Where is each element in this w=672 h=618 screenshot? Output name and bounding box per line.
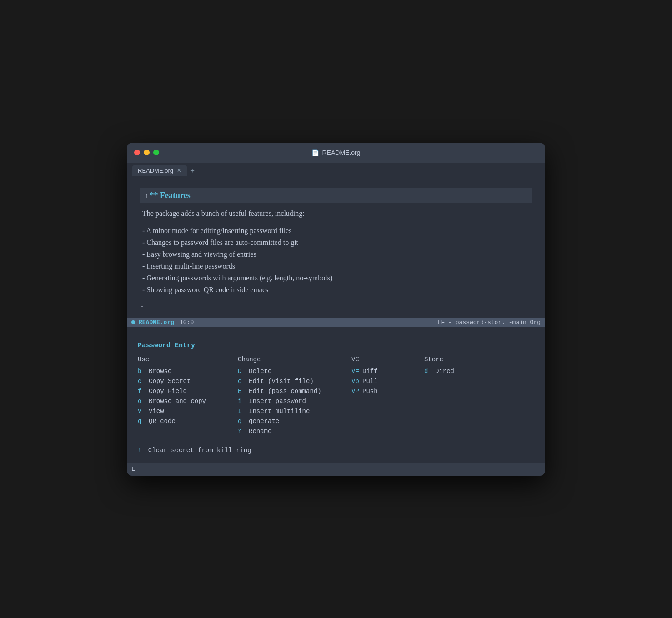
bottom-bar: L xyxy=(127,463,545,476)
help-key: D xyxy=(238,368,246,375)
help-row-e: e Edit (visit file) xyxy=(238,378,351,385)
help-action: Copy Secret xyxy=(149,378,191,385)
help-action: Edit (pass command) xyxy=(249,388,321,395)
help-footer-action: Clear secret from kill ring xyxy=(148,447,251,454)
help-key: g xyxy=(238,418,246,425)
help-action: Rename xyxy=(249,428,271,435)
bottom-cursor-indicator: L xyxy=(131,466,135,473)
section-title: ** Features xyxy=(150,191,191,200)
help-row-f: f Copy Field xyxy=(138,388,238,395)
section-header-bar: ↑ ** Features xyxy=(140,188,532,203)
titlebar: 📄 README.org xyxy=(127,143,545,163)
help-row-Vdiff: V= Diff xyxy=(351,368,424,375)
close-button[interactable] xyxy=(134,150,140,155)
help-action: Browse and copy xyxy=(149,398,206,405)
help-area: ┌ Password Entry Use b Browse c Copy Sec… xyxy=(127,327,545,463)
maximize-button[interactable] xyxy=(153,150,159,155)
help-action: Edit (visit file) xyxy=(249,378,314,385)
traffic-lights xyxy=(134,150,159,155)
help-footer-row: ! Clear secret from kill ring xyxy=(138,447,536,454)
help-footer-key: ! xyxy=(138,447,141,454)
status-position: 10:0 xyxy=(180,319,194,326)
help-title: Password Entry xyxy=(136,342,536,349)
help-footer: ! Clear secret from kill ring xyxy=(136,447,536,454)
help-use-column: Use b Browse c Copy Secret f Copy Field … xyxy=(138,356,238,438)
tab-bar: README.org ✕ ＋ xyxy=(127,163,545,179)
help-vc-header: VC xyxy=(351,356,424,363)
list-item: - A minor mode for editing/inserting pas… xyxy=(142,227,532,235)
app-window: 📄 README.org README.org ✕ ＋ ↑ ** Feature… xyxy=(127,143,545,476)
help-key: i xyxy=(238,398,246,405)
help-row-D: D Delete xyxy=(238,368,351,375)
help-cursor-indicator: ┌ xyxy=(136,334,536,341)
help-row-VPpush: VP Push xyxy=(351,388,424,395)
help-key: I xyxy=(238,408,246,415)
section-description: The package adds a bunch of useful featu… xyxy=(140,209,532,218)
help-key: Vp xyxy=(351,378,360,385)
help-vc-column: VC V= Diff Vp Pull VP Push xyxy=(351,356,424,438)
help-key: V= xyxy=(351,368,360,375)
help-key: o xyxy=(138,398,146,405)
help-row-o: o Browse and copy xyxy=(138,398,238,405)
help-row-Vpull: Vp Pull xyxy=(351,378,424,385)
help-change-header: Change xyxy=(238,356,351,363)
help-key: E xyxy=(238,388,246,395)
help-key: d xyxy=(424,368,432,375)
help-key: q xyxy=(138,418,146,425)
help-action: generate xyxy=(249,418,279,425)
help-row-g: g generate xyxy=(238,418,351,425)
tab-readme[interactable]: README.org ✕ xyxy=(132,165,187,176)
help-row-v: v View xyxy=(138,408,238,415)
help-row-r: r Rename xyxy=(238,428,351,435)
minimize-button[interactable] xyxy=(144,150,150,155)
tab-add-button[interactable]: ＋ xyxy=(189,166,196,175)
help-row-I: I Insert multiline xyxy=(238,408,351,415)
help-action: Browse xyxy=(149,368,171,375)
cursor-down-arrow: ↓ xyxy=(140,301,532,309)
help-key: b xyxy=(138,368,146,375)
editor-content: ↑ ** Features The package adds a bunch o… xyxy=(127,179,545,318)
window-title: 📄 README.org xyxy=(311,149,360,156)
help-action: View xyxy=(149,408,164,415)
help-use-header: Use xyxy=(138,356,238,363)
list-item: - Generating passwords with arguments (e… xyxy=(142,274,532,282)
list-item: - Showing password QR code inside emacs xyxy=(142,286,532,294)
help-action: Pull xyxy=(362,378,378,385)
help-action: Dired xyxy=(435,368,454,375)
help-action: Insert multiline xyxy=(249,408,310,415)
help-key: VP xyxy=(351,388,360,395)
tab-close-button[interactable]: ✕ xyxy=(177,167,181,174)
help-row-E: E Edit (pass command) xyxy=(238,388,351,395)
list-item: - Inserting multi-line passwords xyxy=(142,262,532,270)
cursor-up-arrow: ↑ xyxy=(145,192,148,199)
help-row-d: d Dired xyxy=(424,368,488,375)
help-store-header: Store xyxy=(424,356,488,363)
help-row-c: c Copy Secret xyxy=(138,378,238,385)
list-item: - Easy browsing and viewing of entries xyxy=(142,250,532,259)
help-row-q: q QR code xyxy=(138,418,238,425)
help-action: Delete xyxy=(249,368,271,375)
help-row-i: i Insert password xyxy=(238,398,351,405)
modified-indicator xyxy=(131,320,135,324)
status-right-info: LF – password-stor..-main Org xyxy=(438,319,541,326)
help-columns: Use b Browse c Copy Secret f Copy Field … xyxy=(136,356,536,438)
help-action: QR code xyxy=(149,418,176,425)
help-action: Push xyxy=(362,388,378,395)
help-row-b: b Browse xyxy=(138,368,238,375)
help-action: Insert password xyxy=(249,398,306,405)
status-filename: README.org xyxy=(139,319,174,326)
status-bar: README.org 10:0 LF – password-stor..-mai… xyxy=(127,318,545,327)
features-list: - A minor mode for editing/inserting pas… xyxy=(140,227,532,294)
help-key: f xyxy=(138,388,146,395)
help-key: r xyxy=(238,428,246,435)
help-key: v xyxy=(138,408,146,415)
list-item: - Changes to password files are auto-com… xyxy=(142,239,532,247)
help-action: Diff xyxy=(362,368,378,375)
help-store-column: Store d Dired xyxy=(424,356,488,438)
file-icon: 📄 xyxy=(311,149,319,156)
help-key: e xyxy=(238,378,246,385)
help-action: Copy Field xyxy=(149,388,187,395)
help-change-column: Change D Delete e Edit (visit file) E Ed… xyxy=(238,356,351,438)
help-key: c xyxy=(138,378,146,385)
